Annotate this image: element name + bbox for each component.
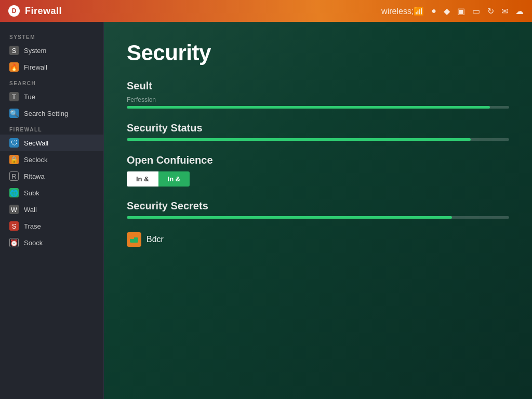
sidebar-label-wall: Wall [24,206,37,214]
sidebar-item-wall[interactable]: W Wall [0,201,103,218]
sidebar-item-tue[interactable]: T Tue [0,88,103,105]
app-title: Firewall [25,6,376,17]
badge-label: Bdcr [147,235,164,244]
mail-icon[interactable]: ✉ [501,6,508,16]
sidebar-label-soock: Soock [24,239,43,247]
monitor-icon[interactable]: ▭ [472,6,480,16]
open-config-heading: Open Confuience [127,154,509,166]
section-security-secrets: Security Secrets [127,200,509,219]
sidebar-label-firewall: Firewall [24,63,47,71]
config-button-green[interactable]: In & [158,171,190,187]
svg-rect-1 [130,236,134,239]
sidebar-section-search: Search [0,75,103,88]
wifi-icon[interactable]: wireless;📶 [381,6,424,16]
badge-row: Bdcr [127,232,509,247]
logo-icon: D [8,5,20,17]
security-secrets-heading: Security Secrets [127,200,509,212]
security-secrets-progress-track [127,216,509,219]
security-status-progress-fill [127,138,471,141]
sidebar-label-search-setting: Search Setting [24,110,68,117]
main-content: Security Seult Ferfession Security Statu… [104,22,532,399]
refresh-icon[interactable]: ↻ [487,6,494,16]
sidebar-item-search-setting[interactable]: 🔍 Search Setting [0,105,103,122]
page-title: Security [127,41,509,65]
seult-progress-fill [127,106,490,109]
cloud-icon[interactable]: ☁ [515,6,524,16]
wall-icon: W [9,205,19,214]
sidebar-label-system: System [24,47,46,55]
sidebar-item-system[interactable]: S System [0,42,103,59]
twitter-icon[interactable]: ◆ [444,6,450,16]
sidebar-label-seclock: Seclock [24,156,48,164]
topbar: D Firewall wireless;📶 ● ◆ ▣ ▭ ↻ ✉ ☁ [0,0,532,22]
sidebar: System S System 🔥 Firewall Search T Tue … [0,22,104,399]
search-setting-icon: 🔍 [9,109,19,118]
soock-icon: ⏰ [9,238,19,247]
sidebar-section-firewall: FIREWALL [0,122,103,135]
sidebar-item-seclock[interactable]: 🔒 Seclock [0,151,103,168]
wifi-icon[interactable]: ● [431,6,436,16]
trase-icon: S [9,221,19,231]
sidebar-label-trase: Trase [24,222,41,230]
sidebar-item-ritawa[interactable]: R Ritawa [0,168,103,184]
layout: System S System 🔥 Firewall Search T Tue … [0,22,532,399]
grid-icon[interactable]: ▣ [457,6,465,16]
config-button-row: In & In & [127,171,509,187]
sidebar-item-firewall[interactable]: 🔥 Firewall [0,59,103,75]
tue-icon: T [9,92,19,101]
seclock-icon: 🔒 [9,155,19,164]
sidebar-label-subk: Subk [24,189,39,197]
security-status-heading: Security Status [127,122,509,134]
badge-svg [129,234,139,245]
section-open-config: Open Confuience In & In & [127,154,509,187]
seult-progress-track [127,106,509,109]
sidebar-section-system: System [0,29,103,42]
badge-icon [127,232,141,247]
secwall-icon: 🛡 [9,138,19,148]
security-secrets-progress-fill [127,216,452,219]
sidebar-label-ritawa: Ritawa [24,172,45,180]
logo-text: D [12,7,17,15]
sidebar-item-secwall[interactable]: 🛡 SecWall [0,135,103,151]
subk-icon: 🌐 [9,188,19,197]
sidebar-item-soock[interactable]: ⏰ Soock [0,234,103,251]
security-status-progress-track [127,138,509,141]
sidebar-label-tue: Tue [24,93,35,101]
seult-progress-label: Ferfession [127,96,509,103]
config-button-white[interactable]: In & [127,171,158,187]
seult-heading: Seult [127,80,509,92]
ritawa-icon: R [9,171,19,181]
system-icon: S [9,46,19,55]
sidebar-item-subk[interactable]: 🌐 Subk [0,184,103,201]
sidebar-label-secwall: SecWall [24,139,48,147]
section-seult: Seult Ferfession [127,80,509,109]
sidebar-item-trase[interactable]: S Trase [0,218,103,234]
firewall-icon: 🔥 [9,62,19,72]
section-security-status: Security Status [127,122,509,141]
topbar-icons: wireless;📶 ● ◆ ▣ ▭ ↻ ✉ ☁ [381,6,524,16]
